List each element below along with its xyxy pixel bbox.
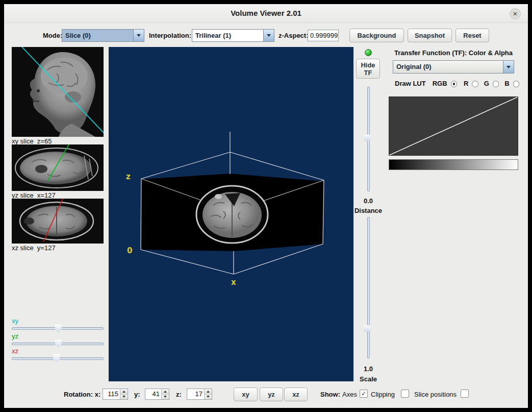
slice-positions-label: Slice positions bbox=[414, 391, 457, 399]
channel-rgb-radio[interactable] bbox=[451, 81, 457, 87]
rotation-x-spinner[interactable]: 115 bbox=[103, 389, 128, 400]
rotation-y-value: 41 bbox=[145, 389, 161, 399]
lut-curve-line bbox=[389, 97, 518, 155]
wireframe-and-slice-render bbox=[109, 47, 353, 381]
mode-label: Mode: bbox=[43, 32, 62, 40]
dropdown-arrow-icon[interactable] bbox=[503, 61, 514, 73]
xy-slice-thumbnail bbox=[12, 47, 104, 137]
rotation-y-spinner[interactable]: 41 bbox=[145, 389, 169, 400]
lut-curve-plot[interactable] bbox=[389, 96, 518, 156]
window-title: Volume Viewer 2.01 bbox=[4, 4, 528, 22]
clipping-label: Clipping bbox=[371, 391, 395, 399]
xz-slider-thumb[interactable] bbox=[53, 354, 60, 362]
distance-slider-thumb[interactable] bbox=[364, 134, 372, 141]
dropdown-arrow-icon[interactable] bbox=[263, 30, 274, 41]
title-bar: Volume Viewer 2.01 bbox=[4, 4, 528, 23]
show-label: Show: bbox=[320, 391, 340, 399]
yz-slice-thumbnail bbox=[12, 144, 104, 191]
lut-dropdown[interactable]: Original (0) bbox=[393, 60, 514, 74]
channel-r-label: R bbox=[464, 80, 468, 88]
scale-slider[interactable] bbox=[363, 217, 373, 358]
spinner-down-icon[interactable] bbox=[162, 395, 169, 400]
distance-label: Distance bbox=[353, 207, 384, 215]
close-icon: × bbox=[513, 9, 518, 18]
z-axis-label: z bbox=[126, 172, 131, 181]
snapshot-button[interactable]: Snapshot bbox=[408, 29, 452, 42]
close-button[interactable]: × bbox=[510, 8, 521, 19]
spinner-up-icon[interactable] bbox=[120, 389, 128, 395]
tf-status-led bbox=[365, 49, 372, 56]
volume-3d-view[interactable]: z 0 x bbox=[109, 47, 353, 381]
xy-slice-slider[interactable] bbox=[12, 324, 104, 332]
grayscale-lut-bar bbox=[389, 159, 518, 170]
xy-slice-label: xy slice z=65 bbox=[12, 137, 52, 145]
mode-dropdown[interactable]: Slice (0) bbox=[62, 29, 144, 42]
channel-r-radio[interactable] bbox=[472, 81, 478, 87]
interpolation-label: Interpolation: bbox=[149, 32, 191, 40]
scale-slider-thumb[interactable] bbox=[364, 325, 372, 332]
reset-button[interactable]: Reset bbox=[455, 29, 489, 42]
rotation-x-label: Rotation: x: bbox=[64, 391, 100, 399]
xz-slice-thumbnail bbox=[12, 199, 104, 244]
interpolation-dropdown[interactable]: Trilinear (1) bbox=[192, 29, 274, 42]
spinner-down-icon[interactable] bbox=[205, 395, 212, 400]
x-axis-label: x bbox=[231, 278, 236, 287]
xz-slice-label: xz slice y=127 bbox=[12, 244, 56, 252]
scale-slider-track[interactable] bbox=[367, 217, 370, 358]
origin-label: 0 bbox=[127, 246, 132, 255]
yz-mri-image bbox=[12, 144, 104, 191]
scale-value: 1.0 bbox=[357, 365, 379, 373]
rotation-z-label: z: bbox=[176, 391, 182, 399]
distance-slider[interactable] bbox=[363, 87, 373, 191]
view-xy-button[interactable]: xy bbox=[234, 387, 258, 401]
xz-mri-image bbox=[12, 199, 104, 244]
yz-slider-thumb[interactable] bbox=[55, 340, 62, 348]
background-button[interactable]: Background bbox=[349, 29, 404, 42]
view-xz-button[interactable]: xz bbox=[284, 387, 308, 401]
spinner-down-icon[interactable] bbox=[120, 395, 128, 400]
mode-dropdown-value: Slice (0) bbox=[62, 30, 133, 41]
rotation-x-value: 115 bbox=[103, 389, 120, 399]
tf-panel-title: Transfer Function (TF): Color & Alpha bbox=[389, 49, 518, 57]
app-frame: Volume Viewer 2.01 × Mode: Slice (0) Int… bbox=[0, 0, 532, 412]
channel-g-radio[interactable] bbox=[493, 81, 499, 87]
xy-slider-thumb[interactable] bbox=[55, 324, 62, 332]
draw-lut-label: Draw LUT bbox=[395, 80, 426, 88]
axes-label: Axes bbox=[342, 391, 357, 399]
z-aspect-input[interactable]: 0.999999 bbox=[308, 30, 339, 41]
axes-checkbox[interactable]: ✓ bbox=[360, 390, 368, 398]
sagittal-mri-image bbox=[12, 47, 104, 137]
draw-lut-row: Draw LUT RGB R G B bbox=[395, 80, 519, 88]
lut-dropdown-value: Original (0) bbox=[393, 61, 503, 73]
channel-g-label: G bbox=[484, 80, 489, 88]
yz-slice-label: yz slice x=127 bbox=[12, 191, 56, 199]
slice-positions-checkbox[interactable] bbox=[461, 390, 469, 398]
volume-viewer-window: Volume Viewer 2.01 × Mode: Slice (0) Int… bbox=[4, 4, 528, 408]
rotation-z-spinner[interactable]: 17 bbox=[187, 389, 212, 400]
interpolation-dropdown-value: Trilinear (1) bbox=[192, 30, 263, 41]
clipping-checkbox[interactable] bbox=[401, 390, 409, 398]
rotation-y-label: y: bbox=[134, 391, 140, 399]
spinner-up-icon[interactable] bbox=[162, 389, 169, 395]
z-aspect-label: z-Aspect: bbox=[278, 32, 309, 40]
scale-label: Scale bbox=[353, 375, 384, 383]
spinner-up-icon[interactable] bbox=[205, 389, 212, 395]
check-icon: ✓ bbox=[361, 390, 366, 397]
rotation-z-value: 17 bbox=[187, 389, 204, 399]
dropdown-arrow-icon[interactable] bbox=[133, 30, 144, 41]
channel-rgb-label: RGB bbox=[433, 80, 447, 88]
hide-tf-button[interactable]: Hide TF bbox=[356, 59, 380, 79]
channel-b-radio[interactable] bbox=[513, 81, 519, 87]
view-yz-button[interactable]: yz bbox=[260, 387, 283, 401]
xz-slice-slider[interactable] bbox=[12, 354, 104, 362]
z-aspect-value: 0.999999 bbox=[310, 32, 338, 39]
yz-slice-slider[interactable] bbox=[12, 340, 104, 348]
channel-b-label: B bbox=[504, 80, 509, 88]
distance-value: 0.0 bbox=[357, 197, 379, 205]
